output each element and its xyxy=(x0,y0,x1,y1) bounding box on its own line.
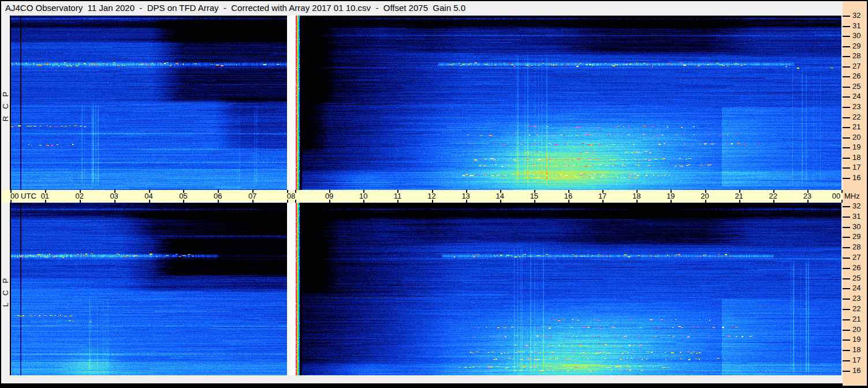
freq-label-16-top: 16 xyxy=(852,174,866,182)
freq-label-19-bottom: 19 xyxy=(852,335,866,344)
time-label-23: 23 xyxy=(794,190,821,203)
freq-label-26-top: 26 xyxy=(852,72,866,80)
freq-tick xyxy=(843,76,850,77)
freq-label-28-top: 28 xyxy=(852,52,866,60)
freq-tick xyxy=(843,268,850,269)
freq-label-19-top: 19 xyxy=(852,143,866,151)
freq-label-30-bottom: 30 xyxy=(852,223,866,231)
freq-tick xyxy=(843,339,850,341)
time-label-19: 19 xyxy=(657,190,684,203)
freq-tick xyxy=(843,299,850,300)
freq-tick xyxy=(843,147,850,148)
freq-label-22-top: 22 xyxy=(852,113,866,121)
freq-tick xyxy=(843,96,850,98)
freq-label-17-bottom: 17 xyxy=(852,356,866,364)
freq-tick xyxy=(843,178,850,179)
time-label-18: 18 xyxy=(623,190,650,203)
freq-tick xyxy=(843,66,850,68)
panel-gap-top xyxy=(287,16,295,190)
freq-tick xyxy=(843,127,850,128)
freq-label-24-top: 24 xyxy=(852,92,866,100)
freq-tick xyxy=(843,258,850,259)
freq-label-20-top: 20 xyxy=(852,133,866,141)
time-label-22: 22 xyxy=(760,190,787,203)
spectrogram-rcp-08-24 xyxy=(295,16,841,190)
freq-label-27-bottom: 27 xyxy=(852,253,866,262)
freq-label-18-bottom: 18 xyxy=(852,346,866,354)
freq-tick xyxy=(843,16,850,17)
freq-label-17-top: 17 xyxy=(852,163,866,171)
spectrogram-lcp-00-08 xyxy=(10,203,287,375)
polarization-label-lcp: LCP xyxy=(1,203,10,375)
time-label-05: 05 xyxy=(170,190,196,203)
time-label-10: 10 xyxy=(350,190,377,203)
time-label-17: 17 xyxy=(589,190,616,203)
freq-tick xyxy=(843,288,850,289)
time-label-02: 02 xyxy=(66,190,93,203)
time-label-16: 16 xyxy=(555,190,582,203)
freq-label-20-bottom: 20 xyxy=(852,326,866,334)
freq-label-29-bottom: 29 xyxy=(852,233,866,241)
freq-tick xyxy=(843,278,850,279)
freq-label-16-bottom: 16 xyxy=(852,367,866,375)
rcp-label-text: RCP xyxy=(1,84,10,121)
freq-tick xyxy=(843,227,850,228)
time-label-08: 08 xyxy=(278,190,304,203)
freq-tick xyxy=(843,36,850,37)
time-label-03: 03 xyxy=(101,190,128,203)
freq-tick xyxy=(843,26,850,27)
freq-label-21-bottom: 21 xyxy=(852,315,866,323)
spectrogram-lcp-08-24 xyxy=(295,203,841,375)
app-window: AJ4CO Observatory 11 Jan 2020 - DPS on T… xyxy=(0,0,868,388)
time-label-20: 20 xyxy=(692,190,718,203)
freq-label-22-bottom: 22 xyxy=(852,305,866,313)
freq-tick xyxy=(843,237,850,238)
freq-tick xyxy=(843,319,850,320)
freq-tick xyxy=(843,206,850,207)
time-label-21: 21 xyxy=(726,190,752,203)
time-label-15: 15 xyxy=(521,190,547,203)
freq-label-23-top: 23 xyxy=(852,103,866,111)
lcp-label-text: LCP xyxy=(1,271,10,307)
freq-label-29-top: 29 xyxy=(852,42,866,50)
freq-label-25-bottom: 25 xyxy=(852,274,866,282)
polarization-label-rcp: RCP xyxy=(1,16,10,190)
freq-label-25-top: 25 xyxy=(852,83,866,91)
time-label-12: 12 xyxy=(419,190,445,203)
frequency-scale: MHz 323130292827262524232221201918171632… xyxy=(843,1,867,386)
time-label-04: 04 xyxy=(136,190,162,203)
freq-tick xyxy=(843,350,850,351)
freq-tick xyxy=(843,371,850,372)
time-label-09: 09 xyxy=(316,190,342,203)
freq-tick xyxy=(843,87,850,88)
time-label-07: 07 xyxy=(239,190,266,203)
freq-label-31-bottom: 31 xyxy=(852,212,866,221)
freq-label-32-top: 32 xyxy=(852,12,866,20)
freq-label-32-bottom: 32 xyxy=(852,202,866,210)
freq-tick xyxy=(843,46,850,47)
time-label-11: 11 xyxy=(384,190,411,203)
time-label-06: 06 xyxy=(204,190,231,203)
freq-label-24-bottom: 24 xyxy=(852,284,866,292)
panel-gap-bottom xyxy=(287,203,295,375)
freq-label-28-bottom: 28 xyxy=(852,243,866,251)
mhz-unit-label: MHz xyxy=(844,190,860,203)
freq-tick xyxy=(843,107,850,108)
freq-label-30-top: 30 xyxy=(852,32,866,40)
freq-tick xyxy=(843,137,850,139)
freq-tick xyxy=(843,330,850,331)
freq-label-27-top: 27 xyxy=(852,62,866,70)
window-title: AJ4CO Observatory 11 Jan 2020 - DPS on T… xyxy=(5,3,465,13)
freq-tick xyxy=(843,117,850,118)
freq-tick xyxy=(843,309,850,310)
time-label-14: 14 xyxy=(487,190,513,203)
freq-tick xyxy=(843,217,850,218)
time-axis: 00 UTC0102030405060708091011121314151617… xyxy=(1,190,843,203)
title-bar: AJ4CO Observatory 11 Jan 2020 - DPS on T… xyxy=(1,1,843,15)
freq-label-21-top: 21 xyxy=(852,123,866,131)
time-label-13: 13 xyxy=(453,190,479,203)
freq-label-31-top: 31 xyxy=(852,22,866,30)
freq-tick xyxy=(843,158,850,159)
freq-label-18-top: 18 xyxy=(852,154,866,162)
freq-tick xyxy=(843,360,850,361)
